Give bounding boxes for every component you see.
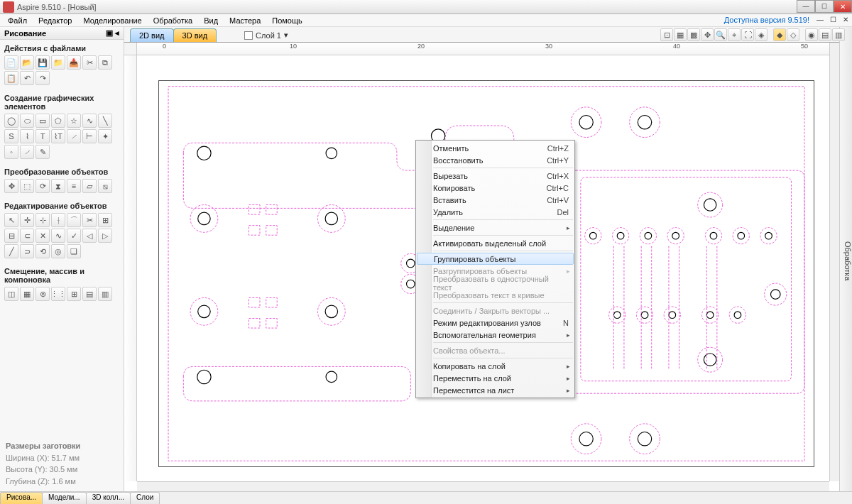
context-menu-item[interactable]: Вспомогательная геометрия — [416, 329, 574, 341]
toggle-shading-button[interactable]: ◆ — [773, 28, 786, 41]
open-file-button[interactable]: 📂 — [20, 55, 34, 70]
align-button[interactable]: ≡ — [67, 179, 81, 193]
freehand-button[interactable]: ✎ — [36, 145, 50, 159]
import-button[interactable]: 📁 — [51, 55, 65, 70]
draw-text-button[interactable]: T — [36, 129, 50, 143]
slice-button[interactable]: ╱ — [4, 244, 18, 258]
menu-modeling[interactable]: Моделирование — [78, 16, 146, 26]
context-menu-item[interactable]: УдалитьDel — [416, 206, 574, 218]
menu-gadgets[interactable]: Мастера — [224, 16, 266, 26]
window-minimize-button[interactable] — [797, 0, 815, 13]
undo-button[interactable]: ↶ — [20, 71, 34, 85]
copy-button[interactable]: ⧉ — [98, 55, 112, 70]
mirror-button[interactable]: ⧗ — [51, 179, 65, 193]
draw-star-button[interactable]: ☆ — [67, 114, 81, 128]
draw-textblock-button[interactable]: ⌇T — [51, 129, 65, 143]
horizontal-scrollbar[interactable] — [137, 481, 829, 491]
layer-selector[interactable]: Слой 1 ▾ — [244, 31, 288, 40]
right-sidebar-toolpaths[interactable]: Обработка — [839, 27, 852, 491]
context-menu-item[interactable]: Режим редактирования узловN — [416, 317, 574, 329]
redo-button[interactable]: ↷ — [36, 71, 50, 85]
trim-button[interactable]: ✂ — [82, 213, 97, 227]
rotate-button[interactable]: ⟳ — [36, 179, 50, 193]
distort-button[interactable]: ▱ — [82, 179, 97, 193]
draw-polygon-button[interactable]: ⬠ — [51, 114, 65, 128]
vertical-scrollbar[interactable] — [829, 43, 839, 481]
set-size-button[interactable]: ⬚ — [20, 179, 34, 193]
new-file-button[interactable]: 📄 — [4, 55, 18, 70]
grid-toggle-button[interactable]: ▦ — [674, 28, 687, 41]
multi-view-a-button[interactable]: ▤ — [819, 28, 831, 41]
tab-layers[interactable]: Слои — [130, 492, 160, 504]
window-maximize-button[interactable] — [815, 0, 834, 13]
context-menu-item[interactable]: Переместится на лист — [416, 384, 574, 396]
context-menu-item[interactable]: ОтменитьCtrl+Z — [416, 142, 574, 154]
draw-ellipse-button[interactable]: ⬭ — [20, 114, 34, 128]
draw-spiral-button[interactable]: ⌇ — [20, 129, 34, 143]
node-insert-button[interactable]: ⊹ — [36, 213, 50, 227]
update-available-link[interactable]: Доступна версия 9.519! — [724, 16, 809, 24]
zoom-all-button[interactable]: ◈ — [755, 28, 768, 41]
context-menu-item[interactable]: ВставитьCtrl+V — [416, 194, 574, 206]
menu-view[interactable]: Вид — [199, 16, 223, 26]
zoom-window-button[interactable]: 🔍 — [714, 28, 727, 41]
draw-circle-button[interactable]: ◯ — [4, 114, 18, 128]
wrap-button[interactable]: ❏ — [67, 244, 81, 258]
multi-view-b-button[interactable]: ▥ — [832, 28, 845, 41]
context-menu-item[interactable]: Выделение — [416, 221, 574, 234]
draw-rect-button[interactable]: ▭ — [36, 114, 50, 128]
context-menu-item[interactable]: Группировать объекты — [417, 253, 574, 265]
tab-3d-clipart[interactable]: 3D колл... — [86, 492, 131, 504]
document-close-button[interactable] — [839, 14, 852, 24]
snap-toggle-button[interactable]: ⊡ — [660, 28, 673, 41]
zoom-fit-button[interactable]: ⛶ — [741, 28, 754, 41]
tab-modeling[interactable]: Модели... — [42, 492, 87, 504]
selection-tool-button[interactable]: ↖ — [4, 213, 18, 227]
menu-help[interactable]: Помощь — [267, 16, 307, 26]
vector-texture-button[interactable]: ◦ — [4, 145, 18, 159]
text-on-curve-button[interactable]: ⟋ — [67, 129, 81, 143]
cut-button[interactable]: ✂ — [82, 55, 97, 70]
nest-button[interactable]: ⋮⋮ — [51, 287, 65, 301]
convert-button[interactable]: ⟲ — [36, 244, 50, 258]
node-edit-button[interactable]: ✛ — [20, 213, 34, 227]
context-menu-item[interactable]: ВосстановитьCtrl+Y — [416, 154, 574, 166]
trace-bitmap-button[interactable]: ✦ — [98, 129, 112, 143]
array-copy-button[interactable]: ▦ — [20, 287, 34, 301]
window-close-button[interactable] — [834, 0, 852, 13]
context-menu-item[interactable]: Копировать на слой — [416, 360, 574, 372]
group-button[interactable]: ⊞ — [98, 213, 112, 227]
move-button[interactable]: ✥ — [4, 179, 18, 193]
measure-button[interactable]: ⟊ — [51, 213, 65, 227]
context-menu-item[interactable]: ВырезатьCtrl+X — [416, 170, 574, 182]
zoom-selected-button[interactable]: ⌖ — [728, 28, 741, 41]
toggle-wireframe-button[interactable]: ◇ — [787, 28, 799, 41]
paste-button[interactable]: 📋 — [4, 71, 18, 85]
dimension-button[interactable]: ⊢ — [82, 129, 97, 143]
context-menu-item[interactable]: КопироватьCtrl+C — [416, 182, 574, 194]
menu-editor[interactable]: Редактор — [33, 16, 77, 26]
draw-arc-button[interactable]: S — [4, 129, 18, 143]
menu-toolpaths[interactable]: Обработка — [148, 16, 197, 26]
horizontal-ruler[interactable]: 0 10 20 30 40 50 — [137, 43, 839, 55]
circular-array-button[interactable]: ⊚ — [36, 287, 50, 301]
bezier-button[interactable]: ⟋ — [20, 145, 34, 159]
document-maximize-button[interactable] — [826, 14, 839, 24]
center-view-button[interactable]: ✥ — [701, 28, 714, 41]
menu-file[interactable]: Файл — [3, 16, 32, 26]
context-menu-item[interactable]: Активировать выделеный слой — [416, 237, 574, 249]
outline-button[interactable]: ◎ — [51, 244, 65, 258]
join-button[interactable]: ⊂ — [20, 229, 34, 243]
vertical-ruler[interactable] — [124, 55, 137, 481]
nest-parts-button[interactable]: ⊞ — [67, 287, 81, 301]
draw-curve-button[interactable]: ∿ — [82, 114, 97, 128]
context-menu-item[interactable]: Переместить на слой — [416, 372, 574, 384]
shear-button[interactable]: ⧅ — [98, 179, 112, 193]
toggle-vectors-button[interactable]: ◉ — [805, 28, 818, 41]
plate-button[interactable]: ▤ — [82, 287, 97, 301]
panel-header-drawing[interactable]: Рисование ▣ ◂ — [0, 27, 124, 40]
panel-collapse-icon[interactable]: ▣ ◂ — [106, 28, 119, 38]
curve-fit-button[interactable]: ∿ — [51, 229, 65, 243]
gridsnap-button[interactable]: ▩ — [687, 28, 700, 41]
ruler-origin[interactable] — [124, 43, 137, 55]
